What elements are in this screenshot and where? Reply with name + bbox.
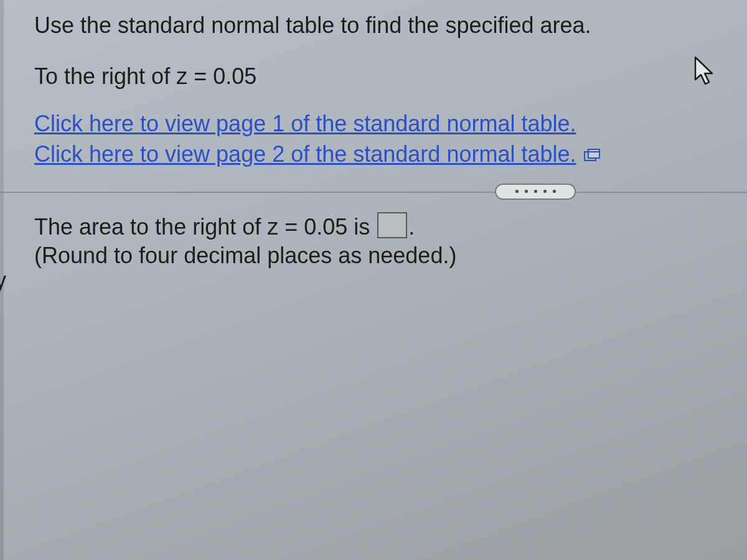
answer-sentence: The area to the right of z = 0.05 is . bbox=[34, 212, 722, 240]
divider-line bbox=[0, 192, 747, 193]
dot-icon bbox=[515, 190, 519, 193]
question-condition: To the right of z = 0.05 bbox=[34, 63, 722, 90]
question-page: Use the standard normal table to find th… bbox=[0, 0, 747, 560]
dot-icon bbox=[543, 190, 547, 193]
rounding-hint: (Round to four decimal places as needed.… bbox=[34, 243, 722, 269]
popup-window-icon bbox=[584, 146, 600, 172]
reference-links: Click here to view page 1 of the standar… bbox=[34, 111, 722, 172]
mouse-cursor-icon bbox=[693, 56, 719, 90]
expand-collapse-pill[interactable] bbox=[495, 184, 576, 200]
dot-icon bbox=[525, 190, 528, 193]
section-divider bbox=[34, 184, 722, 201]
link-table-page-1[interactable]: Click here to view page 1 of the standar… bbox=[34, 111, 576, 136]
svg-rect-1 bbox=[588, 149, 599, 158]
question-prompt: Use the standard normal table to find th… bbox=[34, 12, 722, 39]
answer-prefix: The area to the right of z = 0.05 is bbox=[34, 214, 376, 240]
answer-input-box[interactable] bbox=[377, 212, 407, 238]
answer-suffix: . bbox=[408, 214, 415, 240]
dot-icon bbox=[534, 190, 537, 193]
link-table-page-2[interactable]: Click here to view page 2 of the standar… bbox=[34, 141, 576, 167]
dot-icon bbox=[553, 190, 556, 193]
